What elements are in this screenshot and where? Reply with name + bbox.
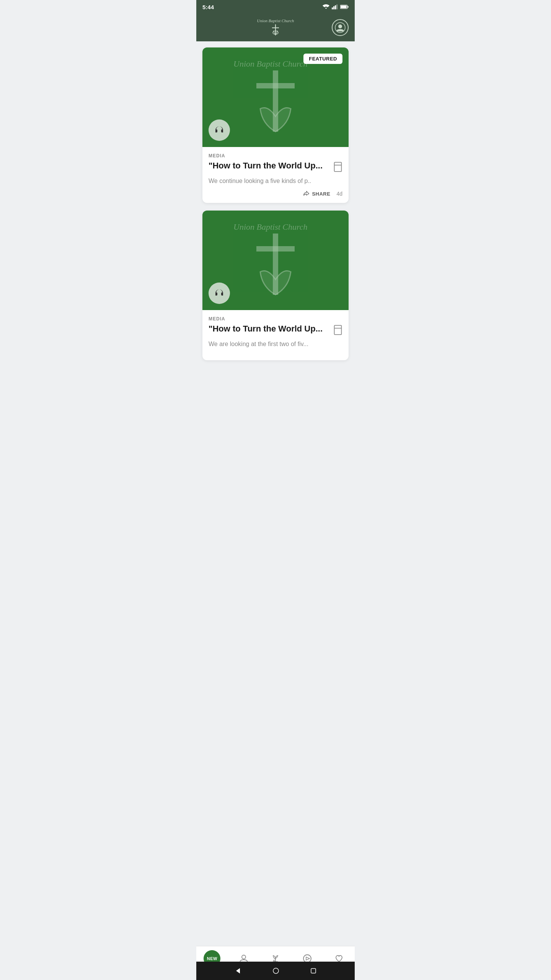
headphone-icon <box>214 125 225 136</box>
wifi-icon <box>323 4 329 10</box>
headphone-icon-2 <box>214 288 225 299</box>
header-logo: Union Baptist Church <box>257 18 294 37</box>
card-1[interactable]: Union Baptist Church FEATURED MEDIA "How… <box>202 47 349 203</box>
svg-rect-5 <box>347 6 348 8</box>
android-recents-button[interactable] <box>310 968 316 974</box>
card-1-title-row: "How to Turn the World Up... <box>209 161 342 174</box>
svg-marker-25 <box>236 968 240 973</box>
android-back-button[interactable] <box>235 967 241 974</box>
svg-rect-3 <box>336 5 337 10</box>
card-1-headphone <box>209 119 230 141</box>
svg-rect-0 <box>332 8 333 10</box>
svg-rect-20 <box>334 325 342 335</box>
battery-icon <box>340 5 349 9</box>
android-home-button[interactable] <box>272 967 279 974</box>
card-1-time: 4d <box>336 191 342 197</box>
svg-rect-15 <box>334 162 342 172</box>
share-icon <box>303 191 310 197</box>
card-2-headphone <box>209 283 230 304</box>
card-1-body: MEDIA "How to Turn the World Up... We co… <box>202 147 349 203</box>
header-logo-text: Union Baptist Church <box>257 18 294 23</box>
card-2-category: MEDIA <box>209 316 342 322</box>
card-2[interactable]: Union Baptist Church MEDIA "How to Turn … <box>202 211 349 360</box>
card-2-title: "How to Turn the World Up... <box>209 324 333 334</box>
card-1-image: Union Baptist Church FEATURED <box>202 47 349 147</box>
status-icons <box>323 4 349 10</box>
svg-rect-1 <box>333 6 334 9</box>
svg-text:Union Baptist Church: Union Baptist Church <box>233 59 308 69</box>
card-1-footer: SHARE 4d <box>209 191 342 197</box>
svg-point-11 <box>338 24 342 28</box>
profile-button[interactable] <box>332 19 349 36</box>
svg-point-26 <box>273 968 279 973</box>
card-2-body: MEDIA "How to Turn the World Up... We ar… <box>202 310 349 360</box>
svg-text:Union Baptist Church: Union Baptist Church <box>233 222 308 232</box>
svg-marker-24 <box>306 957 310 960</box>
svg-rect-2 <box>335 5 336 9</box>
svg-rect-6 <box>341 5 347 8</box>
card-1-share-button[interactable]: SHARE <box>303 191 330 197</box>
app-header: Union Baptist Church <box>196 14 355 41</box>
card-2-description: We are looking at the first two of fiv..… <box>209 340 342 348</box>
card-2-title-row: "How to Turn the World Up... <box>209 324 342 337</box>
card-2-bookmark[interactable] <box>333 325 342 337</box>
svg-rect-27 <box>311 969 316 973</box>
svg-point-22 <box>242 955 246 959</box>
card-1-category: MEDIA <box>209 153 342 158</box>
featured-badge: FEATURED <box>303 54 342 64</box>
main-content: Union Baptist Church FEATURED MEDIA "How… <box>196 41 355 399</box>
android-nav-bar <box>196 962 355 980</box>
profile-icon <box>335 22 346 33</box>
card-1-description: We continue looking a five kinds of p.. <box>209 177 342 185</box>
card-1-title: "How to Turn the World Up... <box>209 161 333 171</box>
status-time: 5:44 <box>202 4 214 10</box>
card-1-bookmark[interactable] <box>333 162 342 174</box>
header-logo-cross-icon <box>269 23 282 37</box>
signal-icon <box>332 4 338 10</box>
card-2-image: Union Baptist Church <box>202 211 349 310</box>
status-bar: 5:44 <box>196 0 355 14</box>
